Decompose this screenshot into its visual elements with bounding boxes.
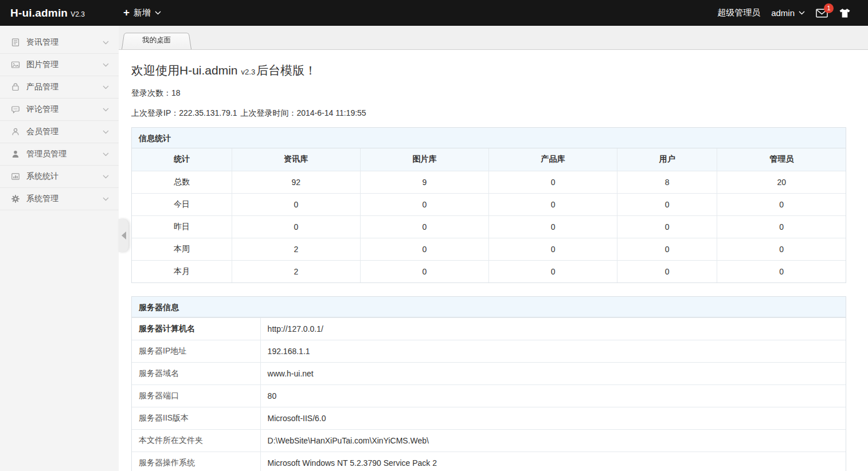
app-title: H-ui.admin [10, 7, 68, 19]
login-count-line: 登录次数：18 [131, 88, 846, 99]
server-info-panel-title: 服务器信息 [132, 297, 846, 317]
stats-row-yesterday: 昨日 0 0 0 0 0 [132, 215, 846, 238]
server-value-cell: Microsoft Windows NT 5.2.3790 Service Pa… [260, 452, 846, 471]
server-value-cell: www.h-ui.net [260, 363, 846, 385]
sidebar-item-comments[interactable]: 评论管理 [0, 99, 119, 121]
server-row: 本文件所在文件夹 D:\WebSite\HanXiPuTai.com\XinYi… [132, 430, 846, 452]
server-label-cell: 服务器计算机名 [132, 318, 260, 340]
stats-cell: 0 [488, 171, 617, 193]
sidebar-nav: 资讯管理 图片管理 产品管理 评论管理 [0, 26, 119, 471]
sidebar-item-stats[interactable]: 系统统计 [0, 166, 119, 188]
server-label-cell: 服务器操作系统 [132, 452, 260, 471]
info-stats-panel-title: 信息统计 [132, 128, 846, 148]
stats-cell: 0 [360, 238, 488, 260]
last-ip-value: 222.35.131.79.1 [179, 108, 237, 117]
stats-col-header: 资讯库 [232, 148, 360, 171]
plus-icon: + [123, 7, 130, 18]
chevron-down-icon [103, 152, 109, 156]
stats-col-header: 图片库 [360, 148, 488, 171]
news-icon [11, 38, 21, 48]
login-count-value: 18 [171, 88, 181, 97]
stats-cell: 0 [617, 238, 717, 260]
stats-cell: 0 [717, 238, 846, 260]
app-version: V2.3 [71, 10, 85, 18]
chevron-down-icon [103, 108, 109, 112]
last-login-line: 上次登录IP：222.35.131.79.1上次登录时间：2014-6-14 1… [131, 108, 846, 119]
sidebar-collapse-handle[interactable] [119, 219, 128, 252]
chevron-down-icon [103, 41, 109, 45]
server-label-cell: 服务器端口 [132, 385, 260, 407]
admin-user-icon [11, 150, 21, 159]
image-icon [11, 60, 21, 70]
stats-row-label: 今日 [132, 193, 232, 215]
chevron-down-icon [155, 11, 161, 15]
server-row: 服务器端口 80 [132, 385, 846, 407]
stats-cell: 0 [488, 193, 617, 215]
sidebar-item-products[interactable]: 产品管理 [0, 76, 119, 99]
stats-cell: 0 [717, 260, 846, 282]
top-header: H-ui.adminV2.3 + 新增 超级管理员 admin 1 [0, 0, 868, 26]
sidebar-item-members[interactable]: 会员管理 [0, 121, 119, 143]
stats-col-header: 用户 [617, 148, 717, 171]
sidebar-item-news[interactable]: 资讯管理 [0, 32, 119, 54]
main-area: 我的桌面 欢迎使用H-ui.adminv2.3后台模版！ 登录次数：18 上次登… [119, 26, 868, 471]
info-stats-table: 统计 资讯库 图片库 产品库 用户 管理员 总数 92 9 [132, 148, 846, 282]
login-count-label: 登录次数： [131, 88, 171, 97]
stats-row-label: 总数 [132, 171, 232, 193]
page-content: 欢迎使用H-ui.adminv2.3后台模版！ 登录次数：18 上次登录IP：2… [119, 50, 868, 471]
messages-button[interactable]: 1 [816, 9, 828, 18]
stats-col-header: 统计 [132, 148, 232, 171]
chevron-down-icon [103, 197, 109, 201]
username-dropdown[interactable]: admin [771, 8, 805, 18]
tab-my-desktop[interactable]: 我的桌面 [122, 32, 191, 49]
stats-row-total: 总数 92 9 0 8 20 [132, 171, 846, 193]
sidebar-item-admins[interactable]: 管理员管理 [0, 143, 119, 166]
server-value-cell: http://127.0.0.1/ [260, 318, 846, 340]
stats-cell: 0 [360, 215, 488, 238]
page-title: 欢迎使用H-ui.adminv2.3后台模版！ [131, 62, 846, 78]
add-new-dropdown[interactable]: + 新增 [123, 7, 161, 18]
username-label: admin [771, 8, 795, 18]
stats-cell: 0 [617, 193, 717, 215]
stats-cell: 0 [360, 260, 488, 282]
sidebar-item-label: 系统管理 [26, 194, 103, 204]
chevron-down-icon [799, 11, 805, 15]
topbar-right: 超级管理员 admin 1 [717, 7, 868, 18]
chevron-down-icon [103, 85, 109, 89]
sidebar-item-label: 管理员管理 [26, 149, 103, 159]
server-row: 服务器IP地址 192.168.1.1 [132, 340, 846, 363]
stats-cell: 0 [717, 215, 846, 238]
stats-row-label: 本月 [132, 260, 232, 282]
stats-row-label: 昨日 [132, 215, 232, 238]
mail-badge: 1 [824, 3, 834, 13]
welcome-main: 欢迎使用H-ui.admin [131, 64, 238, 77]
server-value-cell: D:\WebSite\HanXiPuTai.com\XinYiCMS.Web\ [260, 430, 846, 452]
tab-bar: 我的桌面 [119, 26, 868, 50]
server-info-table: 服务器计算机名 http://127.0.0.1/ 服务器IP地址 192.16… [132, 317, 846, 471]
server-label-cell: 服务器IP地址 [132, 340, 260, 363]
sidebar-item-images[interactable]: 图片管理 [0, 54, 119, 76]
server-label-cell: 服务器域名 [132, 363, 260, 385]
app-logo[interactable]: H-ui.adminV2.3 [0, 7, 108, 19]
stats-cell: 0 [232, 215, 360, 238]
user-role-label: 超级管理员 [717, 7, 760, 18]
theme-button[interactable] [839, 8, 851, 18]
server-row: 服务器IIS版本 Microsoft-IIS/6.0 [132, 407, 846, 430]
stats-col-header: 产品库 [488, 148, 617, 171]
user-icon [11, 127, 21, 137]
stats-cell: 92 [232, 171, 360, 193]
sidebar-item-label: 会员管理 [26, 127, 103, 137]
sidebar-item-system[interactable]: 系统管理 [0, 188, 119, 210]
sidebar-item-label: 图片管理 [26, 60, 103, 70]
server-value-cell: 192.168.1.1 [260, 340, 846, 363]
server-info-panel: 服务器信息 服务器计算机名 http://127.0.0.1/ 服务器IP地址 … [131, 296, 846, 471]
tab-label: 我的桌面 [142, 36, 171, 45]
server-row: 服务器操作系统 Microsoft Windows NT 5.2.3790 Se… [132, 452, 846, 471]
server-value-cell: 80 [260, 385, 846, 407]
stats-cell: 2 [232, 238, 360, 260]
stats-cell: 0 [488, 238, 617, 260]
stats-cell: 9 [360, 171, 488, 193]
stats-cell: 0 [488, 260, 617, 282]
stats-row-label: 本周 [132, 238, 232, 260]
sidebar-item-label: 系统统计 [26, 171, 103, 182]
